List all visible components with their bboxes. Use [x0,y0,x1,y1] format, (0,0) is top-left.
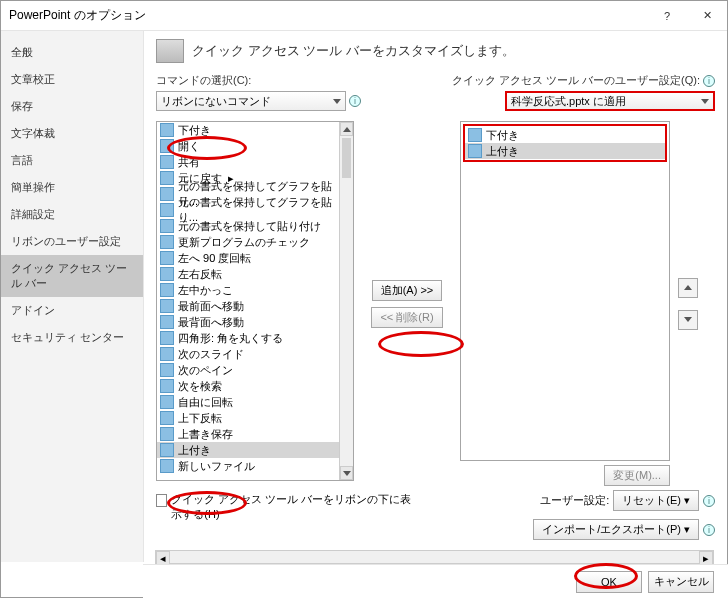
superscript-icon [160,443,174,457]
info-icon[interactable]: i [703,495,715,507]
cancel-button[interactable]: キャンセル [648,571,714,593]
apply-to-value: 科学反応式.pptx に適用 [511,94,626,109]
horizontal-scrollbar[interactable]: ◂▸ [155,550,714,564]
rounded-rect-icon [160,331,174,345]
list-item[interactable]: 最背面へ移動 [178,315,244,330]
customizations-label: ユーザー設定: [540,493,609,508]
arrow-down-icon [684,317,692,322]
choose-commands-label: コマンドの選択(C): [156,73,251,88]
show-below-ribbon-checkbox[interactable] [156,494,167,507]
add-button[interactable]: 追加(A) >> [372,280,443,301]
move-up-button[interactable] [678,278,698,298]
help-button[interactable]: ? [647,1,687,31]
list-item[interactable]: 次のペイン [178,363,233,378]
modify-button: 変更(M)... [604,465,670,486]
paste-icon [160,219,174,233]
move-down-button[interactable] [678,310,698,330]
qat-icon [156,39,184,63]
find-next-icon [160,379,174,393]
page-title: クイック アクセス ツール バーをカスタマイズします。 [192,42,515,60]
ok-button[interactable]: OK [576,571,642,593]
paste-icon [160,187,174,201]
sidebar-item-advanced[interactable]: 詳細設定 [1,201,143,228]
commands-from-combo[interactable]: リボンにないコマンド [156,91,346,111]
update-icon [160,235,174,249]
sidebar-item-proofing[interactable]: 文章校正 [1,66,143,93]
bring-front-icon [160,299,174,313]
free-rotate-icon [160,395,174,409]
list-item[interactable]: 下付き [486,128,519,143]
undo-icon [160,171,174,185]
sidebar: 全般 文章校正 保存 文字体裁 言語 簡単操作 詳細設定 リボンのユーザー設定 … [1,31,144,562]
save-icon [160,427,174,441]
superscript-icon [468,144,482,158]
list-item[interactable]: 最前面へ移動 [178,299,244,314]
list-item[interactable]: 上下反転 [178,411,222,426]
remove-button[interactable]: << 削除(R) [371,307,442,328]
sidebar-item-typography[interactable]: 文字体裁 [1,120,143,147]
sidebar-item-trust[interactable]: セキュリティ センター [1,324,143,351]
scroll-down-icon [343,471,351,476]
list-item[interactable]: 新しいファイル [178,459,255,474]
scroll-up-icon [343,127,351,132]
sidebar-item-ease[interactable]: 簡単操作 [1,174,143,201]
paste-icon [160,203,174,217]
sidebar-item-addins[interactable]: アドイン [1,297,143,324]
list-item[interactable]: 左右反転 [178,267,222,282]
share-icon [160,155,174,169]
apply-to-combo[interactable]: 科学反応式.pptx に適用 [505,91,715,111]
flip-v-icon [160,411,174,425]
list-item[interactable]: 四角形: 角を丸くする [178,331,283,346]
next-slide-icon [160,347,174,361]
scrollbar[interactable] [339,122,353,480]
show-below-ribbon-label: クイック アクセス ツール バーをリボンの下に表示する(H) [171,492,416,522]
list-item[interactable]: 更新プログラムのチェック [178,235,310,250]
list-item[interactable]: 自由に回転 [178,395,233,410]
info-icon[interactable]: i [703,524,715,536]
list-item[interactable]: 次のスライド [178,347,244,362]
list-item[interactable]: 上付き [486,144,519,159]
window-title: PowerPoint のオプション [9,7,146,24]
customize-qat-label: クイック アクセス ツール バーのユーザー設定(Q): [452,73,700,88]
list-item[interactable]: 上付き [178,443,211,458]
sidebar-item-general[interactable]: 全般 [1,39,143,66]
next-pane-icon [160,363,174,377]
chevron-down-icon [333,99,341,104]
list-item[interactable]: 左中かっこ [178,283,233,298]
list-item[interactable]: 元の書式を保持して貼り付け [178,219,321,234]
info-icon[interactable]: i [703,75,715,87]
scrollbar-thumb[interactable] [342,138,351,178]
available-commands-list[interactable]: 下付き 開く 共有 元に戻す▸ 元の書式を保持してグラフを貼り... 元の書式を… [156,121,354,481]
qat-commands-list[interactable]: 下付き 上付き [460,121,670,461]
subscript-icon [468,128,482,142]
subscript-icon [160,123,174,137]
info-icon[interactable]: i [349,95,361,107]
sidebar-item-ribbon[interactable]: リボンのユーザー設定 [1,228,143,255]
send-back-icon [160,315,174,329]
close-button[interactable]: ✕ [687,1,727,31]
import-export-button[interactable]: インポート/エクスポート(P) ▾ [533,519,699,540]
arrow-up-icon [684,285,692,290]
list-item[interactable]: 開く [178,139,200,154]
open-icon [160,139,174,153]
new-file-icon [160,459,174,473]
chevron-down-icon [701,99,709,104]
list-item[interactable]: 上書き保存 [178,427,233,442]
commands-from-value: リボンにないコマンド [161,94,271,109]
flip-h-icon [160,267,174,281]
list-item[interactable]: 共有 [178,155,200,170]
list-item[interactable]: 左へ 90 度回転 [178,251,251,266]
reset-button[interactable]: リセット(E) ▾ [613,490,699,511]
list-item[interactable]: 次を検索 [178,379,222,394]
rotate-left-icon [160,251,174,265]
sidebar-item-language[interactable]: 言語 [1,147,143,174]
sidebar-item-qat[interactable]: クイック アクセス ツール バー [1,255,143,297]
list-item[interactable]: 下付き [178,123,211,138]
brace-icon [160,283,174,297]
sidebar-item-save[interactable]: 保存 [1,93,143,120]
